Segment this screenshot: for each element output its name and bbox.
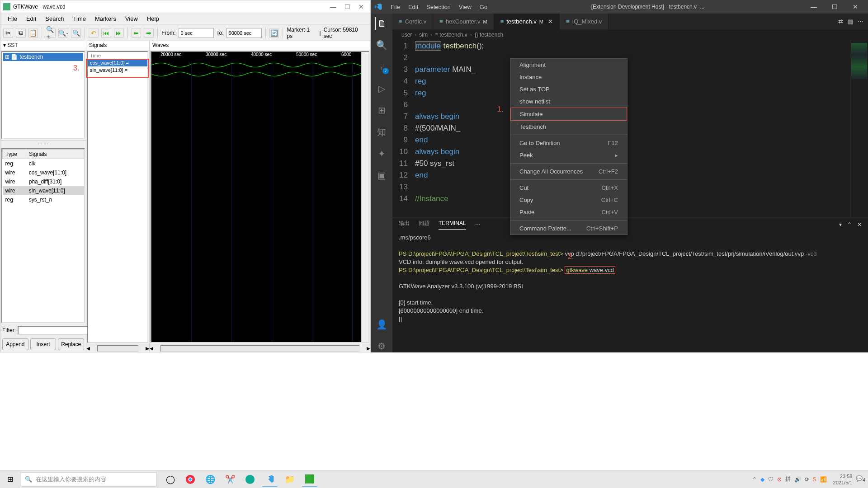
zoom-fit-icon[interactable]: 🔍 (71, 28, 81, 38)
ctx-instance[interactable]: Instance (510, 71, 627, 83)
tray-icon[interactable]: ⊘ (777, 476, 782, 483)
first-icon[interactable]: ⏮ (101, 28, 111, 38)
vscode-app-icon[interactable] (262, 472, 278, 487)
more-icon[interactable]: ⋯ (475, 221, 481, 228)
prev-icon[interactable]: ⬅ (132, 28, 142, 38)
panel-grip-icon[interactable]: ⋯⋯ (0, 141, 86, 147)
search-icon[interactable]: 🔍 (375, 39, 388, 52)
undo-icon[interactable]: ↶ (89, 28, 99, 38)
replace-button[interactable]: Replace (58, 338, 84, 350)
cut-icon[interactable]: ✂ (3, 28, 13, 38)
tab-testbench.v[interactable]: ≡testbench.vM✕ (494, 14, 560, 29)
insert-button[interactable]: Insert (30, 338, 57, 350)
breadcrumb-item[interactable]: sim (419, 32, 428, 38)
ctx-peek[interactable]: Peek▸ (510, 149, 627, 161)
table-row[interactable]: wiresin_wave[11:0] (3, 186, 84, 195)
ctx-paste[interactable]: PasteCtrl+V (510, 206, 627, 218)
table-row[interactable]: regsys_rst_n (3, 195, 84, 204)
menu-search[interactable]: Search (42, 14, 67, 23)
filter-input[interactable] (18, 326, 96, 335)
menu-markers[interactable]: Markers (91, 14, 120, 23)
menu-view[interactable]: View (455, 2, 475, 12)
terminal-content[interactable]: .ms/pscore6 PS D:\project\FPGA\FPGA_Desi… (392, 232, 868, 352)
minimize-icon[interactable]: — (330, 3, 336, 10)
tab-hexCounter.v[interactable]: ≡hexCounter.vM (433, 14, 494, 29)
last-icon[interactable]: ⏭ (114, 28, 124, 38)
breadcrumb[interactable]: user ›sim ›≡ testbench.v ›{} testbench (392, 29, 868, 40)
paste-icon[interactable]: 📋 (28, 28, 38, 38)
col-signals[interactable]: Signals (26, 150, 84, 159)
menu-edit[interactable]: Edit (23, 14, 40, 23)
editor[interactable]: 1234567891011121314 module testbench(); … (392, 40, 868, 217)
tray-icon[interactable]: ◆ (760, 476, 764, 483)
menu-file[interactable]: File (387, 2, 404, 12)
wave-vscroll[interactable] (361, 52, 368, 342)
breadcrumb-item[interactable]: ≡ testbench.v (435, 32, 467, 38)
explorer-icon[interactable]: 🗎 (375, 17, 387, 30)
edge-icon[interactable] (242, 472, 258, 487)
signals-table[interactable]: Type Signals regclkwirecos_wave[11:0]wir… (1, 148, 85, 323)
menu-edit[interactable]: Edit (405, 2, 422, 12)
ctx-cut[interactable]: CutCtrl+X (510, 182, 627, 194)
layout-icon[interactable]: ▣ (375, 169, 388, 182)
menu-help[interactable]: Help (143, 14, 163, 23)
from-input[interactable] (179, 28, 214, 38)
zhihu-icon[interactable]: 知 (375, 126, 388, 138)
sst-tree-item-testbench[interactable]: ⊞ 📄 testbench (3, 53, 83, 61)
taskbar-search[interactable]: 🔍 在这里输入你要搜索的内容 (21, 472, 156, 487)
app-icon-1[interactable]: 🌐 (203, 472, 218, 487)
compare-icon[interactable]: ⇄ (838, 18, 843, 25)
chrome-icon[interactable] (183, 472, 198, 487)
close-icon[interactable]: ✕ (359, 3, 364, 10)
ime-icon[interactable]: 拼 (785, 475, 791, 483)
menu-go[interactable]: Go (476, 2, 491, 12)
tray-icon[interactable]: 🛡 (768, 476, 774, 483)
extensions-icon[interactable]: ⊞ (375, 104, 388, 117)
term-tab-output[interactable]: 输出 (399, 220, 410, 230)
gtkwave-app-icon[interactable] (302, 472, 317, 487)
start-button[interactable]: ⊞ (3, 472, 17, 487)
notifications-icon[interactable]: 💬4 (856, 475, 865, 483)
ctx-testbench[interactable]: Testbench (510, 121, 627, 133)
menu-file[interactable]: File (4, 14, 21, 23)
wave-display[interactable]: 20000 sec30000 sec40000 sec50000 sec6000 (151, 51, 369, 343)
zoom-out-icon[interactable]: 🔍- (58, 28, 68, 38)
tab-Cordic.v[interactable]: ≡Cordic.v (392, 14, 433, 29)
taskview-icon[interactable]: ◯ (163, 472, 178, 487)
ctx-simulate[interactable]: Simulate (510, 108, 627, 121)
custom-ext-icon[interactable]: ✦ (375, 147, 388, 160)
term-tab-terminal[interactable]: TERMINAL (439, 220, 466, 230)
tray-icon[interactable]: ⟳ (805, 476, 809, 483)
account-icon[interactable]: 👤 (375, 318, 388, 331)
append-button[interactable]: Append (2, 338, 28, 350)
next-icon[interactable]: ➡ (144, 28, 154, 38)
ctx-change-all-occurrences[interactable]: Change All OccurrencesCtrl+F2 (510, 165, 627, 178)
tab-IQ_Mixed.v[interactable]: ≡IQ_Mixed.v (560, 14, 609, 29)
menu-selection[interactable]: Selection (423, 2, 454, 12)
system-tray[interactable]: ⌃ ◆ 🛡 ⊘ 拼 🔊 ⟳ S 📶 23:582021/5/1 💬4 (752, 473, 865, 486)
ctx-go-to-definition[interactable]: Go to DefinitionF12 (510, 137, 627, 149)
terminal-dropdown-icon[interactable]: ▾ (839, 221, 842, 228)
maximize-icon[interactable]: ☐ (344, 3, 350, 10)
copy-icon[interactable]: ⧉ (16, 28, 26, 38)
breadcrumb-item[interactable]: user (401, 32, 412, 38)
signals-list[interactable]: Time cos_wave[11:0] =sin_wave[11:0] = (87, 51, 148, 343)
menu-time[interactable]: Time (70, 14, 90, 23)
menu-view[interactable]: View (122, 14, 142, 23)
wifi-icon[interactable]: 📶 (820, 476, 827, 483)
breadcrumb-item[interactable]: {} testbench (475, 32, 503, 38)
signals-hscroll[interactable]: ◂▸ (86, 344, 149, 352)
ctx-copy[interactable]: CopyCtrl+C (510, 194, 627, 206)
to-input[interactable] (226, 28, 262, 38)
ctx-set-as-top[interactable]: Set as TOP (510, 83, 627, 95)
refresh-icon[interactable]: 🔄 (269, 28, 279, 38)
debug-icon[interactable]: ▷ (375, 82, 388, 95)
snip-icon[interactable]: ✂️ (222, 472, 238, 487)
volume-icon[interactable]: 🔊 (794, 476, 801, 483)
maximize-icon[interactable]: ☐ (826, 3, 844, 10)
vscode-titlebar[interactable]: FileEditSelectionViewGo [Extension Devel… (371, 0, 868, 14)
tray-icon[interactable]: S (813, 476, 816, 483)
ctx-alignment[interactable]: Alignment (510, 59, 627, 71)
table-row[interactable]: wirecos_wave[11:0] (3, 168, 84, 177)
explorer-app-icon[interactable]: 📁 (282, 472, 297, 487)
